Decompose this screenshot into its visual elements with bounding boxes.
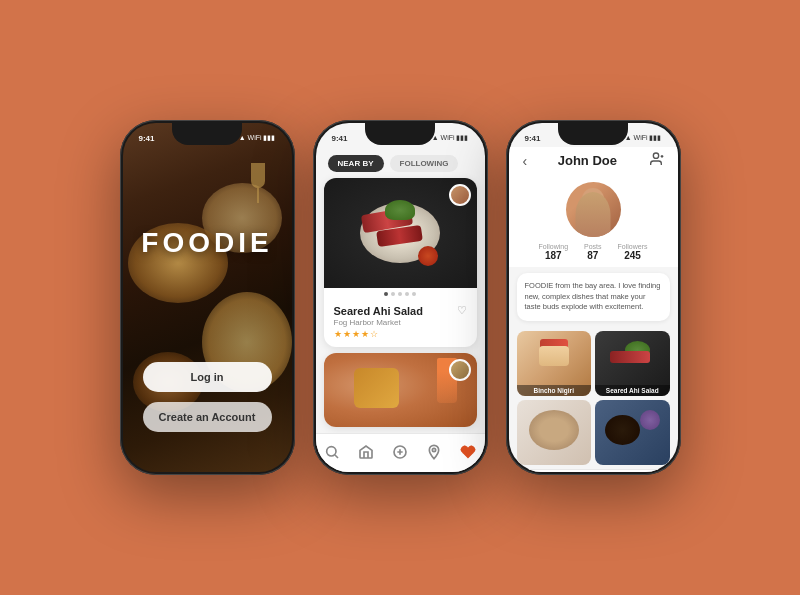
phone-profile: 9:41 ▲ WiFi ▮▮▮ ‹ John Doe bbox=[506, 120, 681, 475]
food-card-1: Seared Ahi Salad ♡ Fog Harbor Market ★★★… bbox=[324, 178, 477, 347]
bio-card: FOODIE from the bay area. I love finding… bbox=[517, 273, 670, 321]
svg-point-6 bbox=[653, 153, 658, 158]
profile-avatar-section: Following 187 Posts 87 Followers 245 bbox=[509, 174, 678, 267]
following-label: Following bbox=[538, 243, 568, 250]
followers-label: Followers bbox=[618, 243, 648, 250]
feed-tabs: NEAR BY FOLLOWING bbox=[316, 147, 485, 178]
status-icons-2: ▲ WiFi ▮▮▮ bbox=[432, 134, 469, 142]
card-stars-1: ★★★★☆ bbox=[334, 329, 467, 339]
stat-followers: Followers 245 bbox=[618, 243, 648, 261]
heart-icon-1[interactable]: ♡ bbox=[457, 304, 467, 317]
notch-2 bbox=[365, 123, 435, 145]
following-tab[interactable]: FOLLOWING bbox=[390, 155, 459, 172]
notch-1 bbox=[172, 123, 242, 145]
food-card-2 bbox=[324, 353, 477, 427]
create-account-button[interactable]: Create an Account bbox=[143, 402, 272, 432]
grid-item-2[interactable]: Seared Ahi Salad bbox=[595, 331, 670, 396]
stat-posts: Posts 87 bbox=[584, 243, 602, 261]
followers-value: 245 bbox=[618, 250, 648, 261]
login-button[interactable]: Log in bbox=[143, 362, 272, 392]
stat-following: Following 187 bbox=[538, 243, 568, 261]
grid-item-4[interactable] bbox=[595, 400, 670, 465]
home-nav-icon[interactable] bbox=[354, 440, 378, 464]
location-nav-icon[interactable] bbox=[422, 440, 446, 464]
profile-avatar bbox=[566, 182, 621, 237]
heart-nav-icon[interactable] bbox=[456, 440, 480, 464]
profile-name: John Doe bbox=[558, 153, 617, 168]
card-image-2 bbox=[324, 353, 477, 427]
bottom-nav-3 bbox=[509, 469, 678, 473]
bio-text: FOODIE from the bay area. I love finding… bbox=[525, 281, 662, 313]
card-info-1: Seared Ahi Salad ♡ Fog Harbor Market ★★★… bbox=[324, 298, 477, 347]
search-nav-icon[interactable] bbox=[320, 440, 344, 464]
posts-value: 87 bbox=[584, 250, 602, 261]
svg-point-5 bbox=[432, 448, 435, 451]
posts-label: Posts bbox=[584, 243, 602, 250]
grid-item-label-2: Seared Ahi Salad bbox=[595, 385, 670, 396]
card-title-1: Seared Ahi Salad bbox=[334, 305, 423, 317]
add-nav-icon[interactable] bbox=[388, 440, 412, 464]
app-logo: FOODIE bbox=[123, 227, 292, 259]
user-avatar-1 bbox=[449, 184, 471, 206]
svg-line-1 bbox=[335, 455, 338, 458]
following-value: 187 bbox=[538, 250, 568, 261]
grid-item-label-1: Bincho Nigiri bbox=[517, 385, 592, 396]
grid-item-1[interactable]: Bincho Nigiri bbox=[517, 331, 592, 396]
status-icons-1: ▲ WiFi ▮▮▮ bbox=[239, 134, 276, 142]
user-avatar-2 bbox=[449, 359, 471, 381]
phones-container: 9:41 ▲ WiFi ▮▮▮ FOODIE Log in Create an … bbox=[100, 100, 701, 495]
notch-3 bbox=[558, 123, 628, 145]
nearby-tab[interactable]: NEAR BY bbox=[328, 155, 384, 172]
phone-login: 9:41 ▲ WiFi ▮▮▮ FOODIE Log in Create an … bbox=[120, 120, 295, 475]
grid-item-3[interactable] bbox=[517, 400, 592, 465]
phone-nearby: 9:41 ▲ WiFi ▮▮▮ NEAR BY FOLLOWING bbox=[313, 120, 488, 475]
card-image-1 bbox=[324, 178, 477, 288]
status-icons-3: ▲ WiFi ▮▮▮ bbox=[625, 134, 662, 142]
status-time-2: 9:41 bbox=[332, 134, 348, 143]
bottom-nav-2 bbox=[316, 433, 485, 472]
food-grid: Bincho Nigiri Seared Ahi Salad bbox=[517, 331, 670, 465]
card-dots-1 bbox=[324, 288, 477, 298]
status-time-1: 9:41 bbox=[139, 134, 155, 143]
add-friend-button[interactable] bbox=[648, 151, 664, 170]
profile-stats: Following 187 Posts 87 Followers 245 bbox=[538, 243, 647, 261]
card-subtitle-1: Fog Harbor Market bbox=[334, 318, 467, 327]
back-button[interactable]: ‹ bbox=[523, 153, 528, 169]
profile-header: ‹ John Doe bbox=[509, 147, 678, 174]
svg-point-0 bbox=[327, 447, 336, 456]
login-buttons: Log in Create an Account bbox=[123, 362, 292, 432]
status-time-3: 9:41 bbox=[525, 134, 541, 143]
